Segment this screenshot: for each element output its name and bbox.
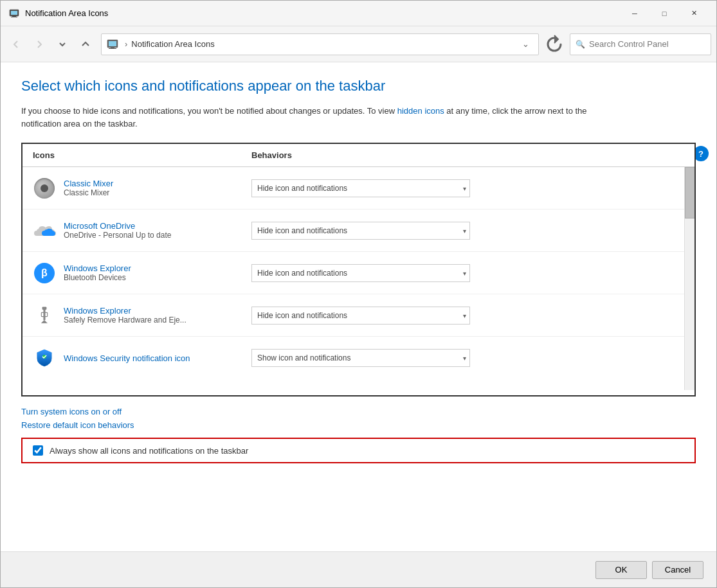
bluetooth-icon: β: [33, 262, 56, 285]
row-name: Windows Explorer: [64, 263, 131, 273]
cancel-button[interactable]: Cancel: [652, 561, 703, 579]
row-icon-col: Windows Security notification icon: [33, 346, 251, 370]
behavior-select[interactable]: Hide icon and notifications Show icon an…: [251, 264, 470, 282]
nav-bar: › Notification Area Icons ⌄ 🔍: [1, 26, 716, 62]
footer: OK Cancel: [1, 551, 716, 587]
row-sub: OneDrive - Personal Up to date: [64, 231, 171, 240]
row-behavior-col: Hide icon and notifications Show icon an…: [251, 179, 684, 197]
minimize-button[interactable]: ─: [620, 3, 649, 24]
row-text: Windows Explorer Safely Remove Hardware …: [64, 306, 186, 325]
table-row: Windows Security notification icon Show …: [23, 337, 694, 379]
table-header: Icons Behaviors: [23, 144, 694, 167]
behavior-select[interactable]: Hide icon and notifications Show icon an…: [251, 222, 470, 240]
row-text: Windows Security notification icon: [64, 353, 190, 363]
table-row: Microsoft OneDrive OneDrive - Personal U…: [23, 209, 694, 252]
mixer-icon: [33, 177, 56, 200]
svg-rect-7: [109, 48, 116, 49]
behavior-select-wrapper: Show icon and notifications Hide icon an…: [251, 349, 470, 367]
row-sub: Safely Remove Hardware and Eje...: [64, 316, 186, 325]
row-behavior-col: Hide icon and notifications Show icon an…: [251, 307, 684, 325]
window-title: Notification Area Icons: [25, 8, 620, 18]
row-sub: Bluetooth Devices: [64, 273, 131, 282]
row-icon-col: Microsoft OneDrive OneDrive - Personal U…: [33, 219, 251, 242]
restore-defaults-link[interactable]: Restore default icon behaviors: [21, 420, 696, 430]
close-button[interactable]: ✕: [679, 3, 709, 24]
address-text: Notification Area Icons: [131, 39, 518, 49]
title-bar: Notification Area Icons ─ □ ✕: [1, 1, 716, 26]
svg-rect-3: [11, 17, 17, 17]
recent-locations-button[interactable]: [52, 34, 73, 55]
address-dropdown-icon: ⌄: [522, 39, 529, 49]
behavior-select-wrapper: Hide icon and notifications Show icon an…: [251, 264, 470, 282]
table-row: Classic Mixer Classic Mixer Hide icon an…: [23, 167, 694, 209]
forward-icon: [35, 40, 44, 49]
row-icon-col: Windows Explorer Safely Remove Hardware …: [33, 304, 251, 327]
hidden-icons-link[interactable]: hidden icons: [397, 106, 444, 116]
row-behavior-col: Hide icon and notifications Show icon an…: [251, 264, 684, 282]
icons-table: Icons Behaviors Classic Mixer Clas: [21, 143, 696, 396]
content-area: ? Select which icons and notifications a…: [1, 62, 716, 551]
row-icon-col: Classic Mixer Classic Mixer: [33, 177, 251, 200]
svg-rect-5: [109, 41, 116, 46]
always-show-checkbox[interactable]: [33, 445, 43, 456]
onedrive-icon: [33, 219, 56, 242]
checkbox-section: Always show all icons and notifications …: [21, 438, 696, 463]
svg-rect-1: [11, 11, 17, 15]
behavior-select[interactable]: Hide icon and notifications Show icon an…: [251, 179, 470, 197]
row-name: Classic Mixer: [64, 179, 113, 188]
system-icons-link[interactable]: Turn system icons on or off: [21, 407, 696, 416]
row-text: Microsoft OneDrive OneDrive - Personal U…: [64, 221, 171, 240]
dropdown-icon: [58, 40, 67, 49]
back-button[interactable]: [6, 34, 26, 55]
svg-rect-9: [43, 308, 45, 319]
row-name: Microsoft OneDrive: [64, 221, 171, 231]
main-window: Notification Area Icons ─ □ ✕: [0, 0, 717, 588]
refresh-button[interactable]: [544, 34, 565, 55]
row-behavior-col: Hide icon and notifications Show icon an…: [251, 222, 684, 240]
search-icon: 🔍: [576, 40, 585, 49]
window-icon: [8, 8, 20, 19]
description-part1: If you choose to hide icons and notifica…: [21, 106, 397, 116]
table-row: Windows Explorer Safely Remove Hardware …: [23, 294, 694, 337]
always-show-label: Always show all icons and notifications …: [50, 446, 248, 456]
window-controls: ─ □ ✕: [620, 3, 709, 24]
search-input[interactable]: [589, 39, 705, 49]
row-text: Windows Explorer Bluetooth Devices: [64, 263, 131, 282]
table-body: Classic Mixer Classic Mixer Hide icon an…: [23, 167, 694, 390]
table-row: β Windows Explorer Bluetooth Devices Hid…: [23, 252, 694, 294]
behavior-select-wrapper: Hide icon and notifications Show icon an…: [251, 307, 470, 325]
behavior-select-wrapper: Hide icon and notifications Show icon an…: [251, 179, 470, 197]
row-behavior-col: Show icon and notifications Hide icon an…: [251, 349, 684, 367]
forward-button[interactable]: [29, 34, 50, 55]
behavior-select[interactable]: Show icon and notifications Hide icon an…: [251, 349, 470, 367]
col-behaviors-header: Behaviors: [251, 150, 684, 160]
behavior-select[interactable]: Hide icon and notifications Show icon an…: [251, 307, 470, 325]
description-text: If you choose to hide icons and notifica…: [21, 105, 600, 130]
row-name: Windows Explorer: [64, 306, 186, 316]
ok-button[interactable]: OK: [595, 561, 647, 579]
up-button[interactable]: [75, 34, 96, 55]
refresh-icon: [544, 34, 565, 55]
back-icon: [12, 40, 21, 49]
behavior-select-wrapper: Hide icon and notifications Show icon an…: [251, 222, 470, 240]
security-icon: [33, 346, 56, 370]
usb-icon: [33, 304, 56, 327]
row-sub: Classic Mixer: [64, 188, 113, 197]
search-bar: 🔍: [570, 33, 711, 55]
row-text: Classic Mixer Classic Mixer: [64, 179, 113, 197]
scrollbar-thumb[interactable]: [685, 167, 694, 218]
address-icon: [107, 39, 118, 50]
maximize-button[interactable]: □: [649, 3, 679, 24]
address-separator: ›: [125, 39, 127, 49]
col-icons-header: Icons: [33, 150, 251, 160]
table-scrollbar[interactable]: [684, 167, 694, 390]
row-name: Windows Security notification icon: [64, 353, 190, 363]
address-bar[interactable]: › Notification Area Icons ⌄: [101, 33, 539, 55]
up-icon: [81, 40, 90, 49]
links-section: Turn system icons on or off Restore defa…: [21, 407, 696, 430]
page-title: Select which icons and notifications app…: [21, 78, 696, 94]
row-icon-col: β Windows Explorer Bluetooth Devices: [33, 262, 251, 285]
